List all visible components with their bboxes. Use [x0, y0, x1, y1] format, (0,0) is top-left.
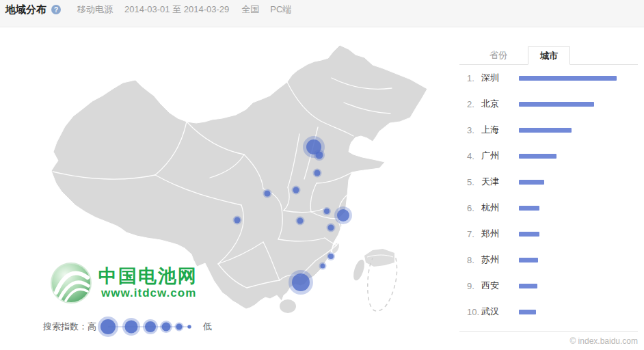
search-index-legend: 搜索指数：高 低	[43, 315, 212, 338]
ranking-row: 3.上海	[459, 117, 638, 143]
city-name: 深圳	[481, 72, 519, 84]
legend-circle	[188, 325, 191, 329]
city-name: 杭州	[481, 202, 519, 214]
page-title: 地域分布	[5, 3, 46, 16]
ranking-row: 1.深圳	[459, 65, 638, 91]
ranking-row: 6.杭州	[459, 195, 638, 221]
taiwan-island	[351, 258, 366, 282]
ranking-row: 7.郑州	[459, 221, 638, 247]
city-search-index-bar	[519, 128, 572, 133]
city-bubble[interactable]	[265, 191, 271, 197]
city-bubble[interactable]	[328, 254, 334, 259]
platform-label: PC端	[270, 3, 291, 16]
header-bar: 地域分布 ? 移动电源 2014-03-01 至 2014-03-29 全国 P…	[0, 0, 644, 27]
tab-province[interactable]: 省份	[477, 46, 520, 64]
hainan-island	[280, 299, 296, 313]
city-bubble[interactable]	[337, 209, 349, 221]
city-search-index-bar	[519, 180, 544, 185]
keyword-label: 移动电源	[77, 3, 113, 16]
city-bubble[interactable]	[328, 225, 334, 231]
city-search-index-bar	[519, 310, 536, 314]
city-bubble[interactable]	[234, 217, 241, 224]
legend-circle	[145, 321, 156, 332]
legend-circle	[176, 324, 183, 330]
city-name: 武汉	[481, 306, 519, 318]
legend-low-label: 低	[203, 321, 212, 333]
tab-city[interactable]: 城市	[528, 46, 570, 65]
city-search-index-bar	[519, 102, 594, 107]
rank-number: 10.	[467, 307, 481, 317]
china-map	[38, 40, 441, 320]
city-bubble[interactable]	[314, 170, 321, 176]
region-label: 全国	[241, 3, 259, 16]
ranking-tabs: 省份 城市	[459, 46, 638, 65]
city-name: 天津	[481, 176, 519, 188]
ranking-row: 5.天津	[459, 169, 638, 195]
ranking-panel: 省份 城市 1.深圳2.北京3.上海4.广州5.天津6.杭州7.郑州8.苏州9.…	[459, 46, 638, 347]
city-name: 苏州	[481, 254, 519, 266]
rank-number: 4.	[467, 151, 481, 161]
city-name: 广州	[481, 150, 519, 162]
south-china-sea-inset	[364, 249, 397, 311]
ranking-row: 9.西安	[459, 273, 638, 299]
panel-footer: © index.baidu.com	[459, 331, 638, 347]
city-search-index-bar	[519, 154, 556, 159]
city-search-index-bar	[519, 232, 539, 237]
rank-number: 7.	[467, 229, 481, 239]
city-ranking-list: 1.深圳2.北京3.上海4.广州5.天津6.杭州7.郑州8.苏州9.西安10.武…	[459, 65, 638, 325]
legend-high-label: 搜索指数：高	[43, 321, 96, 333]
city-search-index-bar	[519, 284, 537, 288]
legend-circle	[162, 323, 171, 332]
rank-number: 2.	[467, 99, 481, 109]
city-bubble[interactable]	[293, 187, 299, 193]
ranking-row: 2.北京	[459, 91, 638, 117]
rank-number: 3.	[467, 125, 481, 135]
rank-number: 8.	[467, 255, 481, 265]
city-bubble[interactable]	[321, 264, 325, 269]
city-search-index-bar	[519, 206, 539, 211]
baidu-index-region-page: 地域分布 ? 移动电源 2014-03-01 至 2014-03-29 全国 P…	[0, 0, 644, 350]
city-name: 北京	[481, 98, 519, 110]
ranking-row: 8.苏州	[459, 247, 638, 273]
legend-circle	[125, 321, 138, 334]
rank-number: 6.	[467, 203, 481, 213]
city-bubble[interactable]	[297, 218, 304, 224]
city-name: 郑州	[481, 228, 519, 240]
ranking-row: 10.武汉	[459, 299, 638, 325]
city-bubble[interactable]	[324, 208, 330, 214]
rank-number: 9.	[467, 281, 481, 291]
city-search-index-bar	[519, 76, 617, 81]
date-range-label: 2014-03-01 至 2014-03-29	[124, 3, 229, 16]
rank-number: 1.	[467, 73, 481, 83]
city-name: 上海	[481, 124, 519, 136]
city-name: 西安	[481, 280, 519, 292]
help-icon[interactable]: ?	[51, 5, 61, 14]
ranking-row: 4.广州	[459, 143, 638, 169]
china-mainland-shape	[51, 45, 427, 309]
city-bubble[interactable]	[292, 273, 310, 291]
legend-circle	[100, 319, 116, 334]
city-bubble[interactable]	[316, 152, 323, 159]
city-search-index-bar	[519, 258, 538, 262]
rank-number: 5.	[467, 177, 481, 187]
legend-bubble-scale	[96, 314, 200, 339]
copyright-text: © index.baidu.com	[569, 336, 638, 346]
